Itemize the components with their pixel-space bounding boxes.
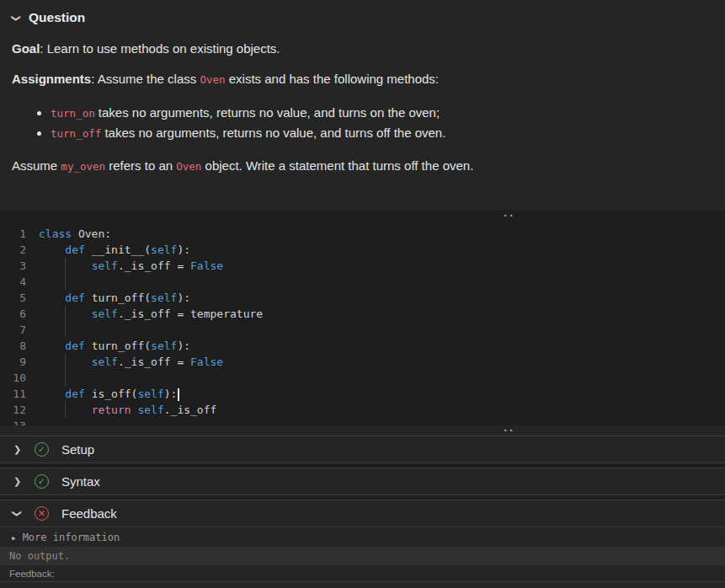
code-token: def [65, 388, 91, 400]
line-number: 4 [0, 274, 39, 290]
code-line[interactable]: 8 def turn_off(self): [0, 338, 725, 354]
check-circle-icon: ✓ [35, 442, 49, 457]
drag-dots-icon: ·· [504, 208, 515, 222]
bullet-item: turn_off takes no arguments, returns no … [51, 125, 712, 142]
code-line[interactable]: 6 self._is_off = temperature [0, 306, 725, 322]
code-token [39, 339, 65, 352]
code-token: ._is_off [164, 404, 217, 416]
code-token: self [92, 259, 118, 272]
results-panels: ❯ ✓ Setup ❯ ✓ Syntax ❯ ✕ Feedback ▸ More… [0, 436, 725, 588]
code-token: turn_off [92, 291, 145, 304]
line-number: 6 [0, 306, 39, 322]
code-token: ( [144, 291, 151, 304]
question-section-header[interactable]: ❯ Question [12, 7, 712, 27]
code-token: def [65, 243, 91, 256]
code-token: ._is_off = [118, 307, 190, 320]
code-token: False [190, 259, 223, 272]
x-circle-icon: ✕ [35, 506, 49, 521]
code-token: ): [177, 339, 190, 352]
code-token: return [92, 404, 138, 416]
code-token: temperature [190, 307, 263, 320]
code-token [39, 388, 65, 400]
line-number: 11 [0, 386, 39, 402]
line-number: 10 [0, 370, 39, 386]
line-number: 2 [0, 242, 39, 258]
code-token: def [65, 339, 91, 352]
feedback-label: Feedback: [0, 565, 725, 581]
editor-lines: 1class Oven:2 def __init__(self):3 self.… [0, 226, 725, 425]
bullet-item: turn_on takes no arguments, returns no v… [51, 104, 712, 121]
code-token: ): [177, 291, 190, 304]
inline-code: Oven [176, 160, 201, 173]
code-line[interactable]: 4 [0, 274, 725, 290]
question-panel: ❯ Question Goal: Learn to use methods on… [0, 0, 725, 211]
more-information-label: More information [23, 532, 120, 543]
resize-handle-top[interactable]: ·· [0, 211, 725, 221]
line-number: 5 [0, 290, 39, 306]
code-token: self [137, 404, 163, 416]
panel-header-syntax[interactable]: ❯ ✓ Syntax [0, 468, 725, 495]
question-title: Question [29, 10, 85, 25]
code-line[interactable]: 10 [0, 370, 725, 386]
resize-handle-bottom[interactable]: ·· [0, 425, 725, 436]
code-text: self._is_off = temperature [39, 306, 263, 322]
more-information-toggle[interactable]: ▸ More information [0, 527, 725, 547]
code-token [39, 355, 92, 368]
code-token: self [151, 291, 177, 304]
inline-code: my_oven [61, 160, 105, 173]
code-line[interactable]: 13 [0, 418, 725, 425]
text-cursor [178, 388, 179, 401]
line-number: 12 [0, 402, 39, 418]
chevron-down-icon: ❯ [12, 13, 21, 23]
code-token: ._is_off = [118, 355, 190, 368]
code-token: self [151, 243, 177, 256]
panel-label-setup: Setup [61, 442, 94, 457]
code-line[interactable]: 11 def is_off(self): [0, 386, 725, 402]
feedback-comment[interactable]: You did not call turn_off [0, 581, 725, 588]
code-line[interactable]: 9 self._is_off = False [0, 354, 725, 370]
line-number: 13 [0, 418, 39, 425]
code-token: __init__ [92, 243, 145, 256]
inline-code: turn_on [51, 107, 95, 120]
code-token: ( [144, 243, 151, 256]
code-token: self [92, 355, 118, 368]
code-line[interactable]: 5 def turn_off(self): [0, 290, 725, 306]
code-line[interactable]: 7 [0, 322, 725, 338]
code-text: def __init__(self): [39, 242, 190, 258]
code-token: False [190, 355, 223, 368]
code-editor[interactable]: 1class Oven:2 def __init__(self):3 self.… [0, 221, 725, 425]
code-token [39, 404, 92, 416]
line-number: 9 [0, 354, 39, 370]
code-line[interactable]: 12 return self._is_off [0, 402, 725, 418]
code-text: self._is_off = False [39, 258, 223, 274]
inline-code: turn_off [51, 127, 101, 140]
code-token [39, 243, 65, 256]
code-line[interactable]: 2 def __init__(self): [0, 242, 725, 258]
code-line[interactable]: 1class Oven: [0, 226, 725, 242]
line-number: 8 [0, 338, 39, 354]
panel-header-setup[interactable]: ❯ ✓ Setup [0, 436, 725, 463]
line-number: 7 [0, 322, 39, 338]
assignments-paragraph: Assignments: Assume the class Oven exist… [12, 71, 712, 88]
check-circle-icon: ✓ [35, 474, 49, 489]
code-token: def [65, 291, 91, 304]
code-token [39, 307, 92, 320]
code-token: ): [177, 243, 190, 256]
code-token: ): [164, 388, 178, 400]
final-paragraph: Assume my_oven refers to an Oven object.… [12, 158, 712, 174]
code-token: turn_off [92, 339, 145, 352]
inline-code: Oven [200, 73, 225, 86]
line-number: 1 [0, 226, 39, 242]
code-token: ( [144, 339, 151, 352]
assignments-list: turn_on takes no arguments, returns no v… [12, 104, 712, 142]
code-text: self._is_off = False [39, 354, 223, 370]
code-line[interactable]: 3 self._is_off = False [0, 258, 725, 274]
code-text: def is_off(self): [39, 386, 179, 402]
code-token: Oven: [78, 227, 111, 240]
panel-header-feedback[interactable]: ❯ ✕ Feedback [0, 500, 725, 527]
code-token: self [137, 388, 163, 400]
app-window: ❯ Question Goal: Learn to use methods on… [0, 0, 725, 588]
code-token: self [92, 307, 118, 320]
code-token: is_off [92, 388, 131, 400]
line-number: 3 [0, 258, 39, 274]
